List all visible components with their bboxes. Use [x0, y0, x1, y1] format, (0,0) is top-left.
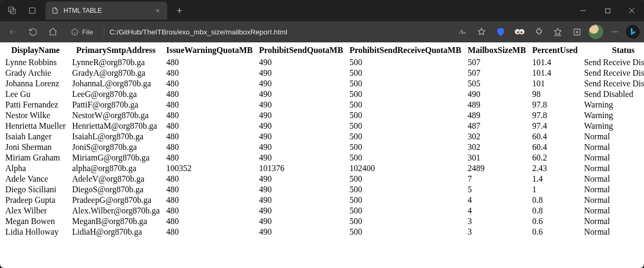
table-cell: 500 — [346, 78, 464, 89]
page-content[interactable]: DisplayNamePrimarySmtpAddressIssueWarnin… — [0, 42, 644, 268]
favorites-list-button[interactable] — [549, 23, 567, 41]
table-row: Diego SicilianiDiegoS@org870b.ga48049050… — [2, 184, 644, 195]
table-cell: Miriam Graham — [2, 153, 69, 163]
table-cell: 1 — [529, 184, 581, 195]
table-row: Isaiah LangerIsaiahL@org870b.ga480490500… — [2, 131, 644, 142]
shield-icon[interactable] — [492, 23, 510, 41]
minimize-button[interactable] — [571, 0, 595, 21]
divider — [104, 27, 104, 37]
table-cell: Grady Archie — [2, 68, 69, 78]
refresh-button[interactable] — [23, 23, 42, 40]
maximize-button[interactable] — [595, 0, 620, 21]
table-cell: 500 — [346, 57, 464, 68]
workspaces-button[interactable] — [3, 2, 21, 20]
favorite-button[interactable] — [473, 23, 491, 41]
table-cell: 60.4 — [529, 131, 581, 142]
bing-chat-button[interactable] — [625, 24, 641, 40]
table-cell: 500 — [346, 174, 464, 184]
table-row: Joni ShermanJoniS@org870b.ga480490500302… — [2, 142, 644, 153]
tab-actions-button[interactable] — [23, 2, 41, 20]
table-cell: Normal — [581, 206, 644, 216]
table-cell: 480 — [163, 78, 256, 89]
url-scheme-label: File — [82, 28, 93, 36]
site-info-button[interactable]: File — [66, 24, 98, 39]
svg-point-8 — [521, 31, 523, 33]
table-cell: Megan Bowen — [2, 216, 69, 227]
table-cell: 490 — [465, 89, 529, 100]
title-bar-left: HTML TABLE — [0, 0, 191, 21]
tab-close-button[interactable] — [153, 6, 162, 15]
table-cell: 60.4 — [529, 142, 581, 153]
url-text: C:/GitHub/TheITBros/exo_mbx_size/mailbox… — [110, 28, 287, 36]
table-cell: 490 — [256, 100, 347, 110]
table-row: Alphaalpha@org870b.ga1003521013761024002… — [2, 163, 644, 174]
table-row: Megan BowenMeganB@org870b.ga48049050030.… — [2, 216, 644, 227]
table-body: Lynne RobbinsLynneR@org870b.ga4804905005… — [2, 57, 644, 237]
table-cell: 480 — [163, 121, 256, 131]
toolbar: File C:/GitHub/TheITBros/exo_mbx_size/ma… — [0, 21, 644, 42]
table-cell: DiegoS@org870b.ga — [69, 184, 163, 195]
svg-rect-2 — [30, 8, 35, 14]
table-cell: GradyA@org870b.ga — [69, 68, 163, 78]
svg-rect-3 — [605, 8, 610, 13]
extension-googly-icon[interactable] — [511, 23, 529, 41]
table-cell: 490 — [256, 110, 347, 121]
table-cell: 97.8 — [529, 100, 581, 110]
table-cell: 7 — [465, 174, 529, 184]
table-row: Alex WilberAlex.Wilber@org870b.ga4804905… — [2, 206, 644, 216]
table-row: Adele VanceAdeleV@org870b.ga48049050071.… — [2, 174, 644, 184]
more-button[interactable] — [606, 23, 624, 41]
table-cell: Joni Sherman — [2, 142, 69, 153]
browser-tab[interactable]: HTML TABLE — [46, 2, 167, 20]
table-cell: 101 — [529, 78, 581, 89]
collections-button[interactable] — [568, 23, 586, 41]
table-cell: 480 — [163, 110, 256, 121]
table-cell: Normal — [581, 227, 644, 237]
table-cell: Normal — [581, 184, 644, 195]
table-cell: 500 — [346, 216, 464, 227]
table-cell: 480 — [163, 227, 256, 237]
back-button[interactable] — [3, 23, 22, 40]
table-cell: 490 — [256, 68, 347, 78]
table-cell: 490 — [256, 121, 347, 131]
table-cell: 490 — [256, 184, 347, 195]
home-button[interactable] — [43, 23, 62, 40]
new-tab-button[interactable] — [171, 3, 187, 19]
table-cell: 507 — [465, 68, 529, 78]
svg-point-12 — [614, 31, 615, 32]
extensions-button[interactable] — [530, 23, 548, 41]
table-row: Lee GuLeeG@org870b.ga48049050049098Send … — [2, 89, 644, 100]
table-cell: Diego Siciliani — [2, 184, 69, 195]
table-row: Nestor WilkeNestorW@org870b.ga4804905004… — [2, 110, 644, 121]
table-cell: 0.6 — [529, 216, 581, 227]
table-cell: 60.2 — [529, 153, 581, 163]
table-cell: LidiaH@org870b.ga — [69, 227, 163, 237]
table-cell: MiriamG@org870b.ga — [69, 153, 163, 163]
table-cell: 480 — [163, 174, 256, 184]
table-cell: 0.6 — [529, 227, 581, 237]
page-icon — [51, 6, 59, 15]
profile-avatar[interactable] — [587, 23, 605, 41]
browser-window: HTML TABLE File — [0, 0, 644, 268]
table-cell: PattiF@org870b.ga — [69, 100, 163, 110]
table-cell: 97.8 — [529, 110, 581, 121]
table-cell: Send Receive Disabled — [581, 78, 644, 89]
table-cell: 489 — [465, 100, 529, 110]
column-header: ProhibitSendReceiveQuotaMB — [346, 44, 464, 57]
close-window-button[interactable] — [620, 0, 644, 21]
table-cell: 500 — [346, 206, 464, 216]
table-cell: Alex Wilber — [2, 206, 69, 216]
table-cell: Johanna Lorenz — [2, 78, 69, 89]
table-cell: 490 — [256, 78, 347, 89]
reader-button[interactable]: A» — [453, 23, 471, 41]
table-cell: 490 — [256, 227, 347, 237]
table-cell: HenriettaM@org870b.ga — [69, 121, 163, 131]
table-cell: 1.4 — [529, 174, 581, 184]
table-cell: 500 — [346, 110, 464, 121]
table-cell: 500 — [346, 153, 464, 163]
table-cell: Send Receive Disabled — [581, 68, 644, 78]
address-bar[interactable]: File C:/GitHub/TheITBros/exo_mbx_size/ma… — [66, 24, 287, 39]
table-cell: PradeepG@org870b.ga — [69, 195, 163, 206]
table-cell: Warning — [581, 100, 644, 110]
table-cell: 3 — [465, 227, 529, 237]
